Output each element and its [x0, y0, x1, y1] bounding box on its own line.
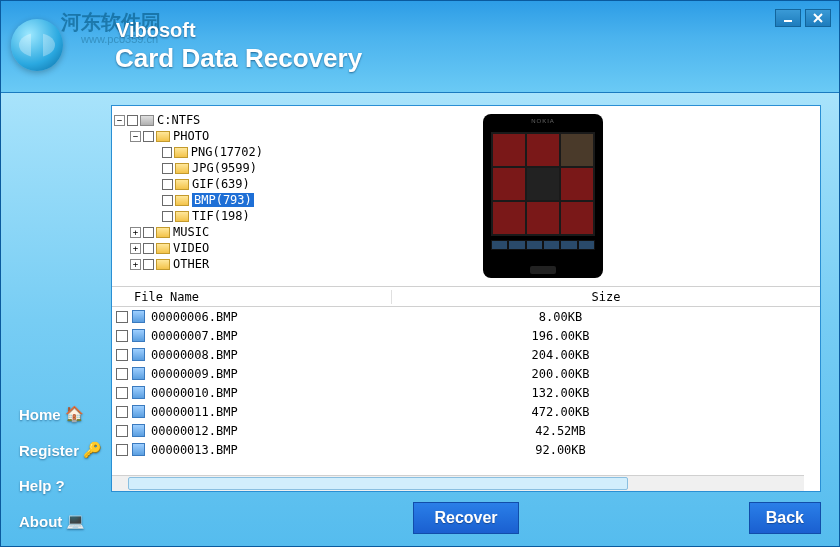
- file-row[interactable]: 00000010.BMP132.00KB: [112, 383, 820, 402]
- tree-label: PNG(17702): [191, 145, 263, 159]
- home-icon: 🏠: [65, 405, 84, 423]
- tree-label: VIDEO: [173, 241, 209, 255]
- folder-icon: [175, 195, 189, 206]
- tree-bmp[interactable]: BMP(793): [114, 192, 263, 208]
- file-row[interactable]: 00000006.BMP8.00KB: [112, 307, 820, 326]
- tree-checkbox[interactable]: [162, 211, 173, 222]
- content-frame: − C:NTFS − PHOTO PNG(17702): [111, 105, 821, 492]
- file-row[interactable]: 00000009.BMP200.00KB: [112, 364, 820, 383]
- tree-png[interactable]: PNG(17702): [114, 144, 263, 160]
- tree-checkbox[interactable]: [162, 195, 173, 206]
- tree-gif[interactable]: GIF(639): [114, 176, 263, 192]
- app-subtitle: Card Data Recovery: [115, 43, 362, 74]
- bottom-bar: Recover Back: [111, 498, 821, 538]
- file-icon: [132, 443, 145, 456]
- folder-icon: [156, 259, 170, 270]
- sidebar-register[interactable]: Register 🔑: [19, 441, 111, 459]
- tree-checkbox[interactable]: [143, 259, 154, 270]
- horizontal-scrollbar[interactable]: [112, 475, 804, 491]
- file-checkbox[interactable]: [116, 330, 128, 342]
- expand-icon[interactable]: +: [130, 243, 141, 254]
- tree-tif[interactable]: TIF(198): [114, 208, 263, 224]
- tree-label-selected: BMP(793): [192, 193, 254, 207]
- folder-tree[interactable]: − C:NTFS − PHOTO PNG(17702): [112, 106, 266, 286]
- sidebar-register-label: Register: [19, 442, 79, 459]
- file-name: 00000010.BMP: [151, 386, 401, 400]
- file-name: 00000006.BMP: [151, 310, 401, 324]
- col-size[interactable]: Size: [392, 290, 820, 304]
- file-row[interactable]: 00000007.BMP196.00KB: [112, 326, 820, 345]
- file-row[interactable]: 00000008.BMP204.00KB: [112, 345, 820, 364]
- tree-checkbox[interactable]: [162, 147, 172, 158]
- tree-checkbox[interactable]: [143, 227, 154, 238]
- file-checkbox[interactable]: [116, 368, 128, 380]
- file-size: 472.00KB: [401, 405, 820, 419]
- back-button[interactable]: Back: [749, 502, 821, 534]
- minimize-button[interactable]: [775, 9, 801, 27]
- sidebar-about-label: About: [19, 513, 62, 530]
- expand-icon[interactable]: +: [130, 259, 141, 270]
- close-button[interactable]: [805, 9, 831, 27]
- tree-label: JPG(9599): [192, 161, 257, 175]
- tree-checkbox[interactable]: [143, 131, 154, 142]
- tree-checkbox[interactable]: [143, 243, 154, 254]
- sidebar-help[interactable]: Help ?: [19, 477, 111, 494]
- tree-checkbox[interactable]: [162, 163, 173, 174]
- file-size: 200.00KB: [401, 367, 820, 381]
- scrollbar-thumb[interactable]: [128, 477, 628, 490]
- file-checkbox[interactable]: [116, 444, 128, 456]
- tree-label: MUSIC: [173, 225, 209, 239]
- tree-label: GIF(639): [192, 177, 250, 191]
- folder-icon: [156, 131, 170, 142]
- file-icon: [132, 424, 145, 437]
- tree-other[interactable]: + OTHER: [114, 256, 263, 272]
- tree-photo[interactable]: − PHOTO: [114, 128, 263, 144]
- tree-label: PHOTO: [173, 129, 209, 143]
- expand-icon[interactable]: +: [130, 227, 141, 238]
- phone-brand: NOKIA: [483, 118, 603, 124]
- sidebar-about[interactable]: About 💻: [19, 512, 111, 530]
- folder-icon: [175, 211, 189, 222]
- recover-button[interactable]: Recover: [413, 502, 518, 534]
- app-logo-icon: [11, 19, 63, 71]
- drive-icon: [140, 115, 154, 126]
- file-checkbox[interactable]: [116, 349, 128, 361]
- file-checkbox[interactable]: [116, 406, 128, 418]
- tree-jpg[interactable]: JPG(9599): [114, 160, 263, 176]
- file-rows[interactable]: 00000006.BMP8.00KB00000007.BMP196.00KB00…: [112, 307, 820, 462]
- file-name: 00000009.BMP: [151, 367, 401, 381]
- file-row[interactable]: 00000012.BMP42.52MB: [112, 421, 820, 440]
- sidebar: Home 🏠 Register 🔑 Help ? About 💻: [1, 93, 111, 547]
- file-size: 204.00KB: [401, 348, 820, 362]
- folder-icon: [156, 243, 170, 254]
- app-title: Vibosoft: [116, 19, 196, 42]
- file-icon: [132, 386, 145, 399]
- tree-music[interactable]: + MUSIC: [114, 224, 263, 240]
- file-size: 8.00KB: [401, 310, 820, 324]
- file-table-header[interactable]: File Name Size: [112, 287, 820, 307]
- file-checkbox[interactable]: [116, 425, 128, 437]
- tree-checkbox[interactable]: [162, 179, 173, 190]
- file-checkbox[interactable]: [116, 311, 128, 323]
- col-filename[interactable]: File Name: [112, 290, 392, 304]
- tree-checkbox[interactable]: [127, 115, 138, 126]
- preview-pane: NOKIA: [266, 106, 820, 286]
- file-size: 42.52MB: [401, 424, 820, 438]
- tree-label: TIF(198): [192, 209, 250, 223]
- file-checkbox[interactable]: [116, 387, 128, 399]
- file-row[interactable]: 00000011.BMP472.00KB: [112, 402, 820, 421]
- sidebar-home[interactable]: Home 🏠: [19, 405, 111, 423]
- folder-icon: [175, 179, 189, 190]
- file-size: 132.00KB: [401, 386, 820, 400]
- sidebar-help-label: Help: [19, 477, 52, 494]
- tree-video[interactable]: + VIDEO: [114, 240, 263, 256]
- tree-label: OTHER: [173, 257, 209, 271]
- file-row[interactable]: 00000013.BMP92.00KB: [112, 440, 820, 459]
- file-size: 92.00KB: [401, 443, 820, 457]
- tree-drive[interactable]: − C:NTFS: [114, 112, 263, 128]
- collapse-icon[interactable]: −: [114, 115, 125, 126]
- file-icon: [132, 405, 145, 418]
- body: Home 🏠 Register 🔑 Help ? About 💻 −: [1, 93, 839, 547]
- title-bar: 河东软件园 www.pc0359.cn Vibosoft Card Data R…: [1, 1, 839, 93]
- collapse-icon[interactable]: −: [130, 131, 141, 142]
